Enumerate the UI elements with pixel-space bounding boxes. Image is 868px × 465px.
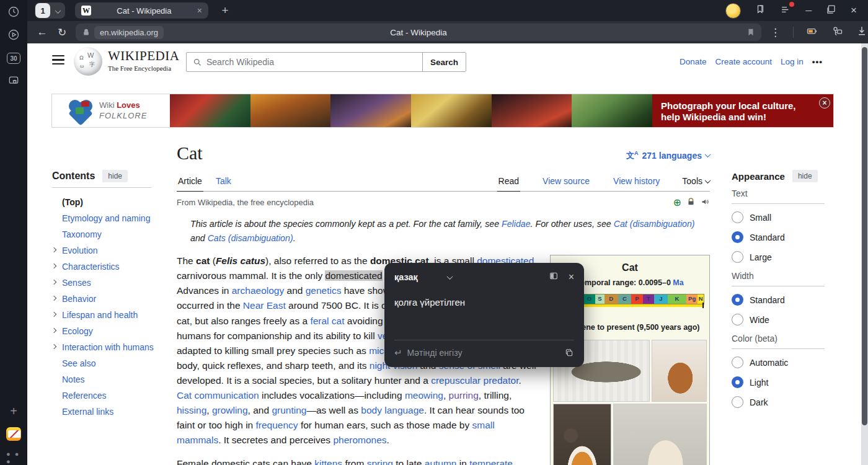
popup-language-chevron-icon[interactable] [446, 273, 453, 280]
article-link[interactable]: Felidae [502, 219, 531, 229]
toc-item[interactable]: Etymology and naming [52, 210, 162, 226]
toc-expand-chevron-icon[interactable] [51, 264, 56, 268]
calendar-30-icon[interactable]: 30 [6, 51, 21, 66]
main-menu-icon[interactable] [52, 55, 64, 65]
radio-button[interactable] [732, 314, 743, 326]
scrollbar-thumb[interactable] [862, 47, 867, 425]
search-button[interactable]: Search [422, 53, 466, 71]
toc-item[interactable]: Senses [52, 275, 162, 291]
listen-audio-icon[interactable] [701, 197, 710, 208]
tab-view-source[interactable]: View source [541, 172, 591, 191]
toc-item[interactable]: Notes [52, 371, 162, 388]
copy-icon[interactable] [564, 348, 574, 358]
tab-counter[interactable]: 1 [35, 2, 65, 19]
toc-item[interactable]: Ecology [52, 323, 162, 339]
url-domain[interactable]: en.wikipedia.org [94, 26, 164, 39]
reload-icon[interactable]: ↻ [52, 26, 72, 39]
tab-talk[interactable]: Talk [215, 172, 232, 191]
cat-photo-orange-white[interactable] [553, 404, 611, 465]
tools-menu[interactable]: Tools [682, 176, 710, 191]
article-link[interactable]: purring [449, 390, 479, 401]
wikipedia-search[interactable]: Search [186, 52, 466, 72]
downloads-icon[interactable] [856, 25, 868, 40]
good-article-icon[interactable]: ⊕ [673, 197, 681, 208]
popup-open-panel-icon[interactable] [549, 271, 559, 283]
page-scrollbar[interactable] [861, 43, 868, 465]
toc-expand-chevron-icon[interactable] [51, 247, 56, 252]
power-saving-icon[interactable] [806, 25, 818, 40]
article-link[interactable]: Cat (disambiguation) [614, 219, 695, 229]
article-link[interactable]: frequency [256, 420, 298, 430]
address-bar[interactable]: en.wikipedia.org Cat - Wikipedia [76, 24, 761, 41]
radio-button[interactable] [732, 211, 743, 223]
window-maximize-button[interactable] [825, 4, 837, 18]
tab-article[interactable]: Article [177, 172, 203, 192]
tab-list-chevron-icon[interactable] [51, 5, 65, 16]
rail-more-icon[interactable]: ● ● ● [6, 450, 21, 465]
popup-close-icon[interactable]: × [569, 272, 574, 283]
languages-button[interactable]: 文A 271 languages [626, 150, 710, 164]
article-link[interactable]: feral cat [310, 316, 344, 326]
toc-item[interactable]: See also [52, 355, 162, 371]
toc-item[interactable]: Behavior [52, 291, 162, 307]
appearance-option-large[interactable]: Large [732, 251, 838, 263]
tab-read[interactable]: Read [497, 172, 520, 192]
translate-popup[interactable]: қазақ × қолға үйретілген ↵ Мәтінді енгіз… [384, 263, 584, 367]
toolbar-kebab-icon[interactable]: ⋮ [770, 26, 781, 39]
appearance-option-wide[interactable]: Wide [732, 314, 838, 326]
player-icon[interactable] [6, 27, 21, 42]
toc-item[interactable]: References [52, 388, 162, 404]
appearance-option-light[interactable]: Light [732, 376, 838, 388]
radio-button[interactable] [732, 356, 743, 368]
ma-link[interactable]: Ma [673, 278, 683, 287]
toc-item[interactable]: Characteristics [52, 259, 162, 275]
profile-avatar[interactable] [725, 3, 741, 19]
tab-close-icon[interactable]: × [197, 6, 202, 16]
banner-close-icon[interactable]: × [819, 97, 830, 108]
wiki-loves-folklore-banner[interactable]: Wiki Loves FOLKLORE Photograph your loca… [52, 94, 833, 127]
article-link[interactable]: kittens [314, 458, 342, 465]
toc-item[interactable]: Interaction with humans [52, 339, 162, 355]
password-manager-icon[interactable] [831, 25, 843, 40]
window-close-button[interactable]: × [851, 4, 857, 17]
article-link[interactable]: genetics [306, 285, 342, 296]
article-link[interactable]: archaeology [232, 285, 284, 296]
article-link[interactable]: hissing [177, 405, 206, 415]
search-input[interactable] [206, 57, 422, 67]
radio-button[interactable] [732, 376, 743, 388]
appearance-option-dark[interactable]: Dark [732, 396, 838, 408]
article-link[interactable]: Near East [243, 300, 286, 311]
wikipedia-wordmark[interactable]: WIKIPEDIA The Free Encyclopedia [108, 48, 179, 72]
appearance-hide-button[interactable]: hide [792, 170, 818, 182]
article-link[interactable]: pheromones [333, 435, 386, 445]
article-link[interactable]: body language [361, 405, 424, 415]
window-minimize-button[interactable]: ─ [805, 6, 812, 16]
article-link[interactable]: growling [212, 405, 248, 415]
article-link[interactable]: meowing [405, 390, 443, 401]
appearance-option-standard[interactable]: Standard [732, 294, 838, 306]
appearance-option-small[interactable]: Small [732, 211, 838, 223]
radio-button[interactable] [732, 396, 743, 408]
user-menu-icon[interactable]: ••• [812, 57, 823, 66]
article-link[interactable]: grunting [272, 405, 306, 415]
toc-expand-chevron-icon[interactable] [51, 344, 56, 349]
radio-button[interactable] [732, 251, 743, 263]
article-link[interactable]: Cat communication [177, 390, 259, 401]
popup-input[interactable]: ↵ Мәтінді енгізу [394, 347, 574, 358]
article-link[interactable]: crepuscular predator [431, 375, 518, 386]
toc-item[interactable]: Evolution [52, 242, 162, 259]
protection-lock-icon[interactable] [686, 197, 696, 208]
screenshot-icon[interactable] [6, 73, 21, 88]
toc-item[interactable]: Lifespan and health [52, 307, 162, 323]
article-link[interactable]: Cats (disambiguation) [208, 233, 293, 243]
new-tab-button[interactable]: + [217, 2, 233, 19]
toc-hide-button[interactable]: hide [102, 170, 128, 182]
toc-expand-chevron-icon[interactable] [51, 280, 56, 285]
toc-item[interactable]: External links [52, 404, 162, 420]
collections-icon[interactable] [755, 4, 766, 18]
cat-photo-siamese[interactable] [613, 404, 707, 465]
appearance-option-automatic[interactable]: Automatic [732, 356, 838, 368]
appearance-option-standard[interactable]: Standard [732, 231, 838, 243]
toc-expand-chevron-icon[interactable] [51, 312, 56, 317]
toc-expand-chevron-icon[interactable] [51, 296, 56, 301]
